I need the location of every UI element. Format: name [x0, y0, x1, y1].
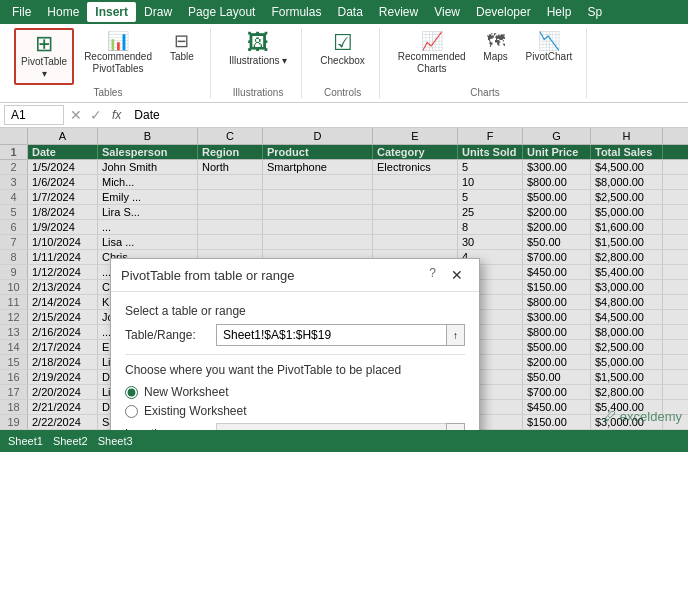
spreadsheet: A B C D E F G H 1DateSalespersonRegionPr… [0, 128, 688, 430]
menu-developer[interactable]: Developer [468, 2, 539, 22]
maps-button[interactable]: 🗺 Maps [476, 28, 516, 67]
ribbon-group-tables-items: ⊞ PivotTable▾ 📊 RecommendedPivotTables ⊟… [14, 28, 202, 85]
menu-home[interactable]: Home [39, 2, 87, 22]
checkbox-button[interactable]: ☑ Checkbox [314, 28, 370, 71]
menu-data[interactable]: Data [329, 2, 370, 22]
cancel-symbol[interactable]: ✕ [68, 107, 84, 123]
ribbon-content: ⊞ PivotTable▾ 📊 RecommendedPivotTables ⊟… [0, 24, 688, 102]
maps-icon: 🗺 [487, 32, 505, 50]
table-icon: ⊟ [174, 32, 189, 50]
recommended-charts-label: RecommendedCharts [398, 51, 466, 75]
recommended-charts-button[interactable]: 📈 RecommendedCharts [392, 28, 472, 79]
pivotchart-label: PivotChart [526, 51, 573, 63]
pivot-dialog: PivotTable from table or range ? ✕ Selec… [110, 258, 480, 430]
menu-page-layout[interactable]: Page Layout [180, 2, 263, 22]
table-range-collapse-button[interactable]: ↑ [446, 324, 465, 346]
sheet1-tab[interactable]: Sheet1 [8, 435, 43, 447]
menu-help[interactable]: Help [539, 2, 580, 22]
menu-file[interactable]: File [4, 2, 39, 22]
recommended-pivottables-button[interactable]: 📊 RecommendedPivotTables [78, 28, 158, 79]
pivotchart-icon: 📉 [538, 32, 560, 50]
menu-bar: File Home Insert Draw Page Layout Formul… [0, 0, 688, 24]
dialog-overlay: PivotTable from table or range ? ✕ Selec… [0, 128, 688, 430]
table-button[interactable]: ⊟ Table [162, 28, 202, 67]
recommended-charts-icon: 📈 [421, 32, 443, 50]
checkbox-label: Checkbox [320, 55, 364, 67]
fx-label: fx [108, 108, 125, 122]
menu-review[interactable]: Review [371, 2, 426, 22]
controls-group-label: Controls [324, 87, 361, 98]
illustrations-label: Illustrations ▾ [229, 55, 287, 67]
menu-view[interactable]: View [426, 2, 468, 22]
sheet3-tab[interactable]: Sheet3 [98, 435, 133, 447]
recommended-pivottables-label: RecommendedPivotTables [84, 51, 152, 75]
ribbon-group-controls: ☑ Checkbox Controls [306, 28, 379, 98]
ribbon-group-illustrations-items: 🖼 Illustrations ▾ [223, 28, 293, 85]
dialog-separator-1 [125, 354, 465, 355]
table-range-input-group: ↑ [216, 324, 465, 346]
table-range-input[interactable] [216, 324, 446, 346]
status-bar: Sheet1 Sheet2 Sheet3 [0, 430, 688, 452]
ribbon-group-charts: 📈 RecommendedCharts 🗺 Maps 📉 PivotChart … [384, 28, 588, 98]
illustrations-group-label: Illustrations [233, 87, 284, 98]
formula-input[interactable] [129, 105, 684, 125]
illustrations-button[interactable]: 🖼 Illustrations ▾ [223, 28, 293, 71]
location-input[interactable] [216, 423, 446, 430]
location-row: Location: ↑ [125, 423, 465, 430]
charts-group-label: Charts [470, 87, 499, 98]
select-range-label: Select a table or range [125, 304, 465, 318]
location-input-group: ↑ [216, 423, 465, 430]
pivotchart-button[interactable]: 📉 PivotChart [520, 28, 579, 67]
ribbon-group-controls-items: ☑ Checkbox [314, 28, 370, 85]
table-range-label: Table/Range: [125, 328, 210, 342]
location-collapse-button[interactable]: ↑ [446, 423, 465, 430]
formula-bar: ✕ ✓ fx [0, 103, 688, 128]
ribbon: ⊞ PivotTable▾ 📊 RecommendedPivotTables ⊟… [0, 24, 688, 103]
location-label: Location: [125, 427, 210, 430]
pivottable-button[interactable]: ⊞ PivotTable▾ [14, 28, 74, 85]
dialog-help-button[interactable]: ? [424, 265, 441, 285]
pivottable-icon: ⊞ [35, 33, 53, 55]
ribbon-group-illustrations: 🖼 Illustrations ▾ Illustrations [215, 28, 302, 98]
table-range-row: Table/Range: ↑ [125, 324, 465, 346]
ribbon-group-charts-items: 📈 RecommendedCharts 🗺 Maps 📉 PivotChart [392, 28, 579, 85]
existing-worksheet-radio-row: Existing Worksheet [125, 404, 465, 418]
maps-label: Maps [483, 51, 507, 63]
illustrations-icon: 🖼 [247, 32, 269, 54]
menu-formulas[interactable]: Formulas [263, 2, 329, 22]
place-section-title: Choose where you want the PivotTable to … [125, 363, 465, 377]
existing-worksheet-label[interactable]: Existing Worksheet [144, 404, 247, 418]
checkbox-icon: ☑ [333, 32, 353, 54]
confirm-symbol[interactable]: ✓ [88, 107, 104, 123]
new-worksheet-radio-row: New Worksheet [125, 385, 465, 399]
existing-worksheet-radio[interactable] [125, 405, 138, 418]
dialog-controls: ? ✕ [424, 265, 469, 285]
dialog-body: Select a table or range Table/Range: ↑ C… [111, 292, 479, 430]
menu-insert[interactable]: Insert [87, 2, 136, 22]
dialog-title: PivotTable from table or range [121, 268, 294, 283]
new-worksheet-radio[interactable] [125, 386, 138, 399]
tables-group-label: Tables [94, 87, 123, 98]
menu-draw[interactable]: Draw [136, 2, 180, 22]
table-label: Table [170, 51, 194, 63]
sheet2-tab[interactable]: Sheet2 [53, 435, 88, 447]
recommended-pivottables-icon: 📊 [107, 32, 129, 50]
new-worksheet-label[interactable]: New Worksheet [144, 385, 228, 399]
cell-reference-input[interactable] [4, 105, 64, 125]
dialog-title-bar: PivotTable from table or range ? ✕ [111, 259, 479, 292]
ribbon-group-tables: ⊞ PivotTable▾ 📊 RecommendedPivotTables ⊟… [6, 28, 211, 98]
menu-sp[interactable]: Sp [579, 2, 610, 22]
dialog-close-button[interactable]: ✕ [445, 265, 469, 285]
pivottable-label: PivotTable▾ [21, 56, 67, 80]
